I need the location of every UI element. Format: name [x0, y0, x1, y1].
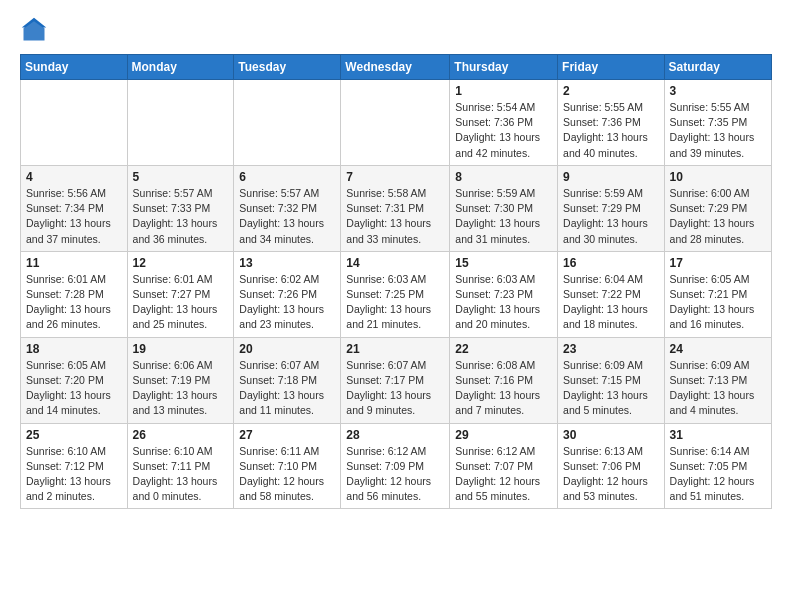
day-info: Sunrise: 6:02 AM Sunset: 7:26 PM Dayligh…	[239, 272, 335, 333]
day-info: Sunrise: 5:55 AM Sunset: 7:36 PM Dayligh…	[563, 100, 659, 161]
page-header	[20, 16, 772, 44]
day-info: Sunrise: 6:11 AM Sunset: 7:10 PM Dayligh…	[239, 444, 335, 505]
calendar-cell: 6Sunrise: 5:57 AM Sunset: 7:32 PM Daylig…	[234, 165, 341, 251]
calendar-header-friday: Friday	[558, 55, 665, 80]
logo-icon	[20, 16, 48, 44]
day-number: 5	[133, 170, 229, 184]
calendar-cell: 16Sunrise: 6:04 AM Sunset: 7:22 PM Dayli…	[558, 251, 665, 337]
calendar-header-sunday: Sunday	[21, 55, 128, 80]
calendar-header-monday: Monday	[127, 55, 234, 80]
day-number: 2	[563, 84, 659, 98]
day-info: Sunrise: 5:59 AM Sunset: 7:29 PM Dayligh…	[563, 186, 659, 247]
day-info: Sunrise: 6:14 AM Sunset: 7:05 PM Dayligh…	[670, 444, 766, 505]
day-number: 7	[346, 170, 444, 184]
day-number: 20	[239, 342, 335, 356]
day-info: Sunrise: 6:05 AM Sunset: 7:20 PM Dayligh…	[26, 358, 122, 419]
logo	[20, 16, 52, 44]
calendar-cell: 22Sunrise: 6:08 AM Sunset: 7:16 PM Dayli…	[450, 337, 558, 423]
day-number: 1	[455, 84, 552, 98]
day-info: Sunrise: 6:03 AM Sunset: 7:23 PM Dayligh…	[455, 272, 552, 333]
day-info: Sunrise: 6:08 AM Sunset: 7:16 PM Dayligh…	[455, 358, 552, 419]
day-number: 13	[239, 256, 335, 270]
calendar-cell	[234, 80, 341, 166]
day-number: 18	[26, 342, 122, 356]
calendar-header-saturday: Saturday	[664, 55, 771, 80]
calendar-cell: 23Sunrise: 6:09 AM Sunset: 7:15 PM Dayli…	[558, 337, 665, 423]
day-number: 25	[26, 428, 122, 442]
day-info: Sunrise: 6:07 AM Sunset: 7:18 PM Dayligh…	[239, 358, 335, 419]
day-info: Sunrise: 6:10 AM Sunset: 7:11 PM Dayligh…	[133, 444, 229, 505]
day-info: Sunrise: 5:58 AM Sunset: 7:31 PM Dayligh…	[346, 186, 444, 247]
day-info: Sunrise: 6:13 AM Sunset: 7:06 PM Dayligh…	[563, 444, 659, 505]
day-number: 12	[133, 256, 229, 270]
calendar-header-row: SundayMondayTuesdayWednesdayThursdayFrid…	[21, 55, 772, 80]
day-info: Sunrise: 6:06 AM Sunset: 7:19 PM Dayligh…	[133, 358, 229, 419]
day-number: 30	[563, 428, 659, 442]
calendar-week-row: 1Sunrise: 5:54 AM Sunset: 7:36 PM Daylig…	[21, 80, 772, 166]
calendar-cell: 5Sunrise: 5:57 AM Sunset: 7:33 PM Daylig…	[127, 165, 234, 251]
day-info: Sunrise: 5:59 AM Sunset: 7:30 PM Dayligh…	[455, 186, 552, 247]
day-info: Sunrise: 6:09 AM Sunset: 7:13 PM Dayligh…	[670, 358, 766, 419]
day-number: 21	[346, 342, 444, 356]
calendar-cell: 12Sunrise: 6:01 AM Sunset: 7:27 PM Dayli…	[127, 251, 234, 337]
day-number: 17	[670, 256, 766, 270]
calendar-cell: 3Sunrise: 5:55 AM Sunset: 7:35 PM Daylig…	[664, 80, 771, 166]
calendar-header-thursday: Thursday	[450, 55, 558, 80]
calendar-cell: 17Sunrise: 6:05 AM Sunset: 7:21 PM Dayli…	[664, 251, 771, 337]
calendar-cell: 4Sunrise: 5:56 AM Sunset: 7:34 PM Daylig…	[21, 165, 128, 251]
calendar-cell: 27Sunrise: 6:11 AM Sunset: 7:10 PM Dayli…	[234, 423, 341, 509]
day-info: Sunrise: 6:01 AM Sunset: 7:28 PM Dayligh…	[26, 272, 122, 333]
day-info: Sunrise: 5:55 AM Sunset: 7:35 PM Dayligh…	[670, 100, 766, 161]
calendar-cell: 26Sunrise: 6:10 AM Sunset: 7:11 PM Dayli…	[127, 423, 234, 509]
calendar-cell: 25Sunrise: 6:10 AM Sunset: 7:12 PM Dayli…	[21, 423, 128, 509]
day-number: 29	[455, 428, 552, 442]
calendar-week-row: 11Sunrise: 6:01 AM Sunset: 7:28 PM Dayli…	[21, 251, 772, 337]
calendar-cell: 2Sunrise: 5:55 AM Sunset: 7:36 PM Daylig…	[558, 80, 665, 166]
day-info: Sunrise: 6:05 AM Sunset: 7:21 PM Dayligh…	[670, 272, 766, 333]
day-info: Sunrise: 5:56 AM Sunset: 7:34 PM Dayligh…	[26, 186, 122, 247]
svg-marker-0	[24, 20, 45, 41]
calendar-header-wednesday: Wednesday	[341, 55, 450, 80]
day-number: 4	[26, 170, 122, 184]
day-number: 31	[670, 428, 766, 442]
day-number: 10	[670, 170, 766, 184]
day-number: 9	[563, 170, 659, 184]
day-number: 19	[133, 342, 229, 356]
calendar-table: SundayMondayTuesdayWednesdayThursdayFrid…	[20, 54, 772, 509]
calendar-cell: 1Sunrise: 5:54 AM Sunset: 7:36 PM Daylig…	[450, 80, 558, 166]
calendar-cell: 14Sunrise: 6:03 AM Sunset: 7:25 PM Dayli…	[341, 251, 450, 337]
day-info: Sunrise: 6:01 AM Sunset: 7:27 PM Dayligh…	[133, 272, 229, 333]
calendar-week-row: 25Sunrise: 6:10 AM Sunset: 7:12 PM Dayli…	[21, 423, 772, 509]
day-info: Sunrise: 6:12 AM Sunset: 7:09 PM Dayligh…	[346, 444, 444, 505]
calendar-cell: 18Sunrise: 6:05 AM Sunset: 7:20 PM Dayli…	[21, 337, 128, 423]
calendar-cell: 20Sunrise: 6:07 AM Sunset: 7:18 PM Dayli…	[234, 337, 341, 423]
calendar-cell: 21Sunrise: 6:07 AM Sunset: 7:17 PM Dayli…	[341, 337, 450, 423]
calendar-week-row: 18Sunrise: 6:05 AM Sunset: 7:20 PM Dayli…	[21, 337, 772, 423]
day-info: Sunrise: 5:57 AM Sunset: 7:32 PM Dayligh…	[239, 186, 335, 247]
day-number: 26	[133, 428, 229, 442]
day-info: Sunrise: 6:10 AM Sunset: 7:12 PM Dayligh…	[26, 444, 122, 505]
day-info: Sunrise: 6:07 AM Sunset: 7:17 PM Dayligh…	[346, 358, 444, 419]
day-number: 8	[455, 170, 552, 184]
day-number: 24	[670, 342, 766, 356]
calendar-cell: 31Sunrise: 6:14 AM Sunset: 7:05 PM Dayli…	[664, 423, 771, 509]
calendar-week-row: 4Sunrise: 5:56 AM Sunset: 7:34 PM Daylig…	[21, 165, 772, 251]
calendar-cell: 19Sunrise: 6:06 AM Sunset: 7:19 PM Dayli…	[127, 337, 234, 423]
day-info: Sunrise: 5:57 AM Sunset: 7:33 PM Dayligh…	[133, 186, 229, 247]
day-info: Sunrise: 6:00 AM Sunset: 7:29 PM Dayligh…	[670, 186, 766, 247]
day-number: 6	[239, 170, 335, 184]
calendar-cell: 28Sunrise: 6:12 AM Sunset: 7:09 PM Dayli…	[341, 423, 450, 509]
day-number: 14	[346, 256, 444, 270]
calendar-cell	[21, 80, 128, 166]
day-number: 16	[563, 256, 659, 270]
day-number: 28	[346, 428, 444, 442]
day-info: Sunrise: 6:12 AM Sunset: 7:07 PM Dayligh…	[455, 444, 552, 505]
calendar-cell: 29Sunrise: 6:12 AM Sunset: 7:07 PM Dayli…	[450, 423, 558, 509]
calendar-cell: 13Sunrise: 6:02 AM Sunset: 7:26 PM Dayli…	[234, 251, 341, 337]
day-number: 11	[26, 256, 122, 270]
day-number: 15	[455, 256, 552, 270]
calendar-cell: 15Sunrise: 6:03 AM Sunset: 7:23 PM Dayli…	[450, 251, 558, 337]
calendar-cell: 9Sunrise: 5:59 AM Sunset: 7:29 PM Daylig…	[558, 165, 665, 251]
day-number: 22	[455, 342, 552, 356]
day-info: Sunrise: 6:09 AM Sunset: 7:15 PM Dayligh…	[563, 358, 659, 419]
